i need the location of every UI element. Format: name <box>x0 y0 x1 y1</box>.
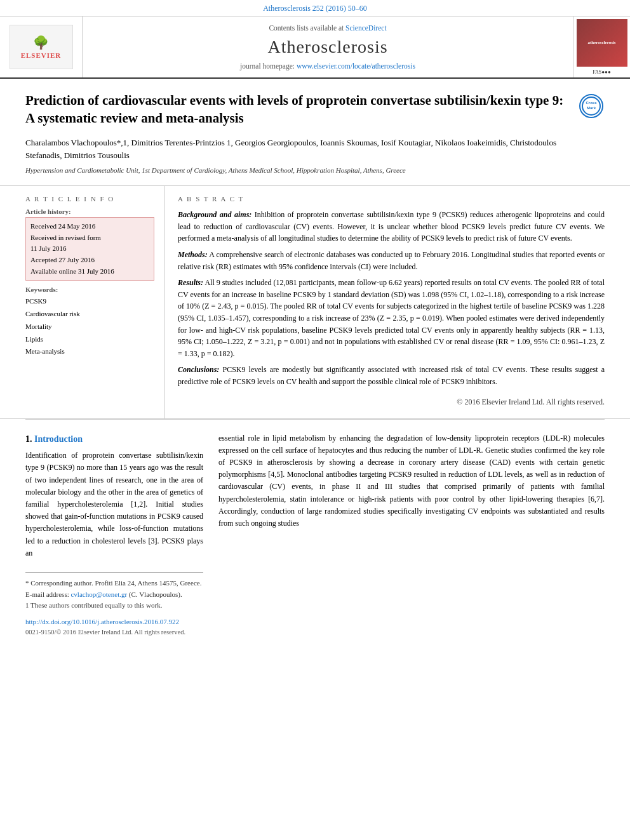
accepted-date: Accepted 27 July 2016 <box>30 255 149 266</box>
keyword-3: Mortality <box>25 321 154 333</box>
abstract-header: A B S T R A C T <box>178 195 605 203</box>
footnotes: * Corresponding author. Profiti Elia 24,… <box>25 572 203 638</box>
footnote-1: 1 These authors contributed equally to t… <box>25 600 203 611</box>
cover-thumbnail: atherosclerosis <box>577 19 627 67</box>
contents-available: Contents lists available at ScienceDirec… <box>269 24 386 32</box>
keyword-2: Cardiovascular risk <box>25 308 154 321</box>
article-history-box: Received 24 May 2016 Received in revised… <box>25 217 154 281</box>
crossmark-icon: Cross Mark <box>579 94 603 118</box>
crossmark-badge: Cross Mark <box>579 94 605 119</box>
intro-section-header: 1. Introduction <box>25 432 203 446</box>
history-label: Article history: <box>25 208 154 215</box>
issn-line: 0021-9150/© 2016 Elsevier Ireland Ltd. A… <box>25 627 203 638</box>
journal-url[interactable]: www.elsevier.com/locate/atherosclerosis <box>297 62 415 70</box>
journal-cover-image: atherosclerosis FAS●●● <box>573 17 630 77</box>
journal-title-block: Contents lists available at ScienceDirec… <box>83 17 573 77</box>
email-line: E-mail address: cvlachop@otenet.gr (C. V… <box>25 589 203 601</box>
abstract-methods: Methods: A comprehensive search of elect… <box>178 249 605 272</box>
article-info-panel: A R T I C L E I N F O Article history: R… <box>25 186 165 418</box>
revised-date: 11 July 2016 <box>30 243 149 255</box>
article-info-header: A R T I C L E I N F O <box>25 195 154 203</box>
journal-reference: Atherosclerosis 252 (2016) 50–60 <box>263 4 367 13</box>
corresponding-author: * Corresponding author. Profiti Elia 24,… <box>25 578 203 589</box>
journal-name: Atherosclerosis <box>267 37 387 57</box>
fas-badge: FAS●●● <box>593 69 611 75</box>
keywords-label: Keywords: <box>25 286 154 293</box>
elsevier-tree-icon: 🌳 <box>33 35 49 50</box>
elsevier-wordmark: ELSEVIER <box>21 51 62 59</box>
elsevier-logo-block: 🌳 ELSEVIER <box>0 17 83 77</box>
journal-header: 🌳 ELSEVIER Contents lists available at S… <box>0 17 630 79</box>
sciencedirect-link[interactable]: ScienceDirect <box>345 24 387 32</box>
intro-left-text: Identification of proprotein convertase … <box>25 450 203 559</box>
top-bar: Atherosclerosis 252 (2016) 50–60 <box>0 0 630 17</box>
available-online: Available online 31 July 2016 <box>30 266 149 277</box>
article-body: A R T I C L E I N F O Article history: R… <box>0 186 630 418</box>
left-column: 1. Introduction Identification of propro… <box>25 420 203 639</box>
abstract-results: Results: All 9 studies included (12,081 … <box>178 277 605 359</box>
svg-text:Cross: Cross <box>586 101 597 105</box>
abstract-conclusions: Conclusions: PCSK9 levels are modestly b… <box>178 364 605 387</box>
article-header: Prediction of cardiovascular events with… <box>0 79 630 186</box>
intro-title: Introduction <box>34 434 83 444</box>
keyword-5: Meta-analysis <box>25 345 154 358</box>
intro-right-text: essential role in lipid metabolism by en… <box>218 432 605 530</box>
abstract-background: Background and aims: Inhibition of propr… <box>178 209 605 244</box>
keyword-4: Lipids <box>25 333 154 346</box>
journal-homepage-line: journal homepage: www.elsevier.com/locat… <box>240 62 415 70</box>
keyword-1: PCSK9 <box>25 295 154 308</box>
affiliation-line: Hypertension and Cardiometabolic Unit, 1… <box>25 166 573 174</box>
right-column: essential role in lipid metabolism by en… <box>218 420 605 639</box>
keywords-list: PCSK9 Cardiovascular risk Mortality Lipi… <box>25 295 154 358</box>
elsevier-logo-image: 🌳 ELSEVIER <box>10 25 73 69</box>
received-date: Received 24 May 2016 <box>30 221 149 232</box>
abstract-text: Background and aims: Inhibition of propr… <box>178 209 605 387</box>
main-content: 1. Introduction Identification of propro… <box>0 420 630 639</box>
authors-line: Charalambos Vlachopoulos*,1, Dimitrios T… <box>25 137 573 163</box>
copyright-line: © 2016 Elsevier Ireland Ltd. All rights … <box>178 392 605 410</box>
abstract-panel: A B S T R A C T Background and aims: Inh… <box>165 186 605 418</box>
article-title: Prediction of cardiovascular events with… <box>25 91 573 128</box>
email-link[interactable]: cvlachop@otenet.gr <box>70 590 127 598</box>
svg-text:Mark: Mark <box>587 106 596 110</box>
doi-line[interactable]: http://dx.doi.org/10.1016/j.atherosclero… <box>25 617 203 628</box>
revised-label: Received in revised form <box>30 232 149 244</box>
